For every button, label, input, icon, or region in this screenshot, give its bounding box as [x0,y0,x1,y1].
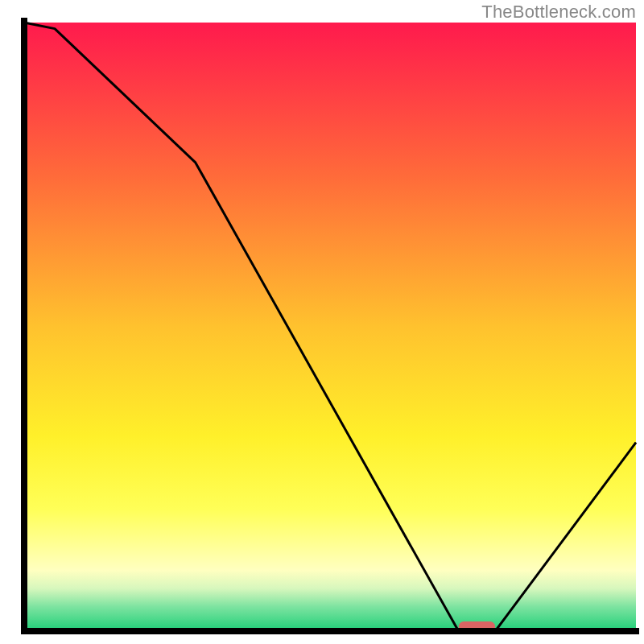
bottleneck-chart: TheBottleneck.com [0,0,644,644]
watermark-text: TheBottleneck.com [481,2,636,23]
chart-canvas [0,0,644,644]
chart-background [24,23,636,631]
